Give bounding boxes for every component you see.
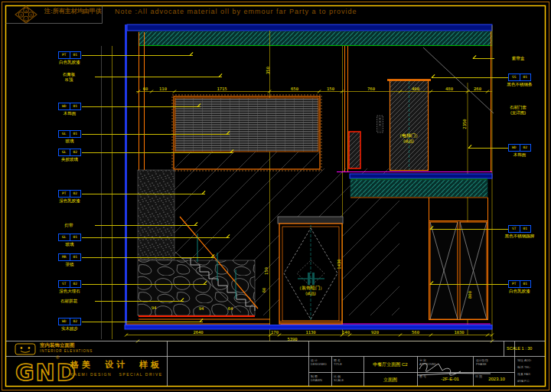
material-code: GL (59, 131, 70, 137)
dim-label: 1430 (337, 259, 341, 269)
callout-leader (82, 284, 207, 285)
material-number: 01 (70, 103, 81, 109)
contact-line: 传真 FAX: (517, 372, 531, 376)
material-code: SS (509, 74, 520, 80)
right-ceiling (337, 172, 492, 198)
contact-line: 电话 TEL: (517, 365, 531, 369)
material-number: 01 (520, 226, 531, 232)
dim-label: 1030 (454, 330, 464, 335)
dim-label: 150 (327, 87, 334, 91)
door-sublabel: (成品) (285, 292, 336, 296)
ceiling-hatch (139, 31, 492, 45)
dim-label: 560 (412, 330, 419, 335)
dim-label: 650 (291, 87, 298, 91)
material-tag: WD01 (58, 103, 81, 110)
material-tag-label: 木饰面 (45, 111, 94, 116)
material-tag-label: 黑色不锈钢踢脚 (495, 234, 544, 239)
studio-stamp-icon (15, 344, 35, 354)
door-label: （装饰暗门） (285, 286, 336, 291)
callout-leader (95, 77, 222, 77)
dim-label: 60 (143, 87, 148, 91)
dim-label: 2350 (462, 119, 467, 129)
material-tag: WD02 (58, 318, 81, 325)
scale-label: SCALE 1 : 30 (507, 346, 532, 351)
stamp-letter: A (25, 8, 28, 12)
material-tag: MR01 (58, 253, 81, 261)
material-number: 01 (70, 254, 81, 260)
material-tag-label: 黑色不锈钢条 (495, 82, 544, 87)
material-code: WD (509, 145, 520, 151)
material-tag-label: 玻璃 (45, 242, 94, 247)
material-tag-label: 白色乳胶漆 (45, 60, 94, 65)
stamp-letter: C (25, 17, 28, 21)
material-number: 02 (70, 149, 81, 155)
stamp-letter: B (30, 13, 32, 17)
material-tag-label: 白色乳胶漆 (495, 289, 544, 294)
material-tag: ST01 (508, 225, 531, 233)
general-note: Note :All advocate material oll by emmou… (115, 8, 357, 15)
callout-leader (95, 301, 184, 302)
drawing-title: 中餐厅立面图 C2 (364, 361, 416, 368)
field-draft-label: 制 图 DRAWN (311, 374, 322, 382)
cad-sheet: GND Note :All advocate material oll by e… (0, 0, 551, 392)
brand-en: KAEMI DESIGN SPECIAL DRIVE (70, 373, 163, 377)
elevator-label: （电梯门） (383, 133, 434, 139)
material-number: 01 (520, 74, 531, 80)
dim-label: 110 (159, 87, 167, 91)
material-code: WD (59, 103, 70, 109)
dim-label: 5390 (287, 337, 297, 341)
masonry-section (138, 170, 174, 260)
material-number: 02 (70, 191, 81, 197)
dim-label: 170 (271, 330, 279, 335)
material-note: 石膏板 吊顶 (44, 72, 93, 83)
dim-label: 480 (445, 87, 453, 91)
sheet-name-cn: 室内装饰立面图 (40, 342, 75, 348)
dim-label: 94 (199, 306, 204, 311)
callout-leader (82, 322, 203, 322)
floor-slab (125, 325, 492, 330)
drawing-subtitle: 立面图 (364, 377, 416, 384)
wall-niche (349, 132, 360, 168)
material-code: MR (59, 254, 70, 260)
dim-label: 920 (371, 330, 379, 335)
dim-label: 760 (367, 87, 375, 91)
callout-leader (468, 148, 508, 149)
material-code: ST (509, 226, 520, 232)
callout-leader (82, 134, 230, 135)
ceiling-beam (127, 24, 492, 31)
gnd-logo: GND (15, 359, 77, 386)
material-number: 01 (520, 281, 531, 287)
material-number: 02 (520, 145, 531, 151)
material-number: 01 (70, 234, 81, 240)
dim-label: 60 (262, 288, 266, 293)
dim-label: 800 (468, 291, 472, 299)
material-code: GL (59, 149, 70, 155)
field-title-label: 图 名 TITLE (334, 358, 342, 366)
dim-label: 1130 (305, 330, 315, 335)
material-number: 02 (70, 281, 81, 287)
material-note: 石材门套 (见详图) (494, 105, 543, 116)
field-dwgno-label: 图 号 (419, 374, 426, 378)
material-tag: PT01 (508, 280, 531, 288)
registered-mark: ® (56, 355, 59, 361)
dim-label: 150 (264, 267, 269, 275)
material-number: 02 (70, 318, 81, 325)
right-doors (429, 198, 488, 320)
material-note: 石材拼花 (44, 299, 93, 304)
material-number: 01 (70, 131, 81, 137)
callout-leader (430, 229, 508, 230)
dim-label: 94 (152, 305, 157, 310)
material-tag-label: 玻璃 (45, 139, 94, 144)
material-note: 窗帘盒 (494, 56, 543, 61)
material-code: PT (59, 191, 70, 197)
material-tag-label: 茶镜 (45, 262, 94, 267)
contact-line: 邮编 P.C: (517, 379, 530, 383)
material-tag-label: 夹胶玻璃 (45, 157, 94, 162)
contact-line: 地址 ADD: (517, 358, 532, 362)
stamp-note: 注:所有主材均由甲供 (44, 8, 102, 15)
material-code: PT (509, 281, 520, 287)
material-tag-label: 深色乳胶漆 (45, 198, 94, 204)
material-code: GL (59, 234, 70, 240)
field-stage-label: 设计阶段 PHASE (476, 358, 488, 366)
callout-leader (430, 284, 508, 285)
